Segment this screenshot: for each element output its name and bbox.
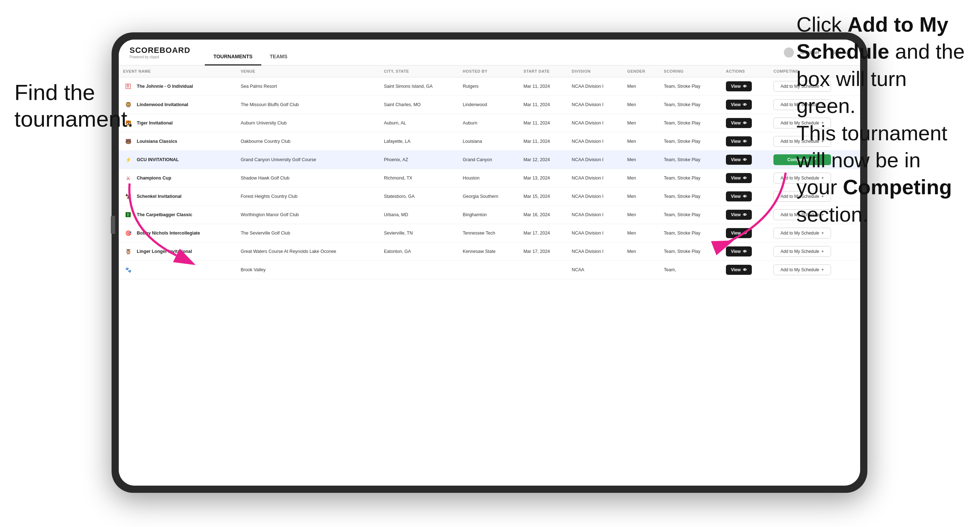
city-state-cell: Richmond, TX bbox=[380, 169, 458, 187]
event-name-cell: 🐻 Louisiana Classics bbox=[119, 132, 237, 151]
venue-cell: Shadow Hawk Golf Club bbox=[237, 169, 380, 187]
event-name-text: Schenkel Invitational bbox=[137, 194, 181, 199]
nav-tabs: TOURNAMENTS TEAMS bbox=[205, 40, 296, 65]
school-logo: 🐾 bbox=[123, 265, 133, 275]
event-name-text: The Carpetbagger Classic bbox=[137, 212, 192, 217]
actions-cell: View 👁 bbox=[722, 132, 769, 151]
view-button[interactable]: View 👁 bbox=[726, 173, 752, 183]
event-name-cell: 🦅 Schenkel Invitational bbox=[119, 187, 237, 206]
scoring-cell: Team, Stroke Play bbox=[660, 114, 722, 132]
division-cell: NCAA Division I bbox=[568, 243, 623, 261]
col-city-state: CITY, STATE bbox=[380, 65, 458, 77]
user-avatar bbox=[784, 48, 794, 57]
eye-icon: 👁 bbox=[743, 157, 747, 162]
start-date-cell: Mar 11, 2024 bbox=[519, 114, 567, 132]
add-to-schedule-button[interactable]: Add to My Schedule + bbox=[773, 228, 831, 238]
tablet-frame: SCOREBOARD Powered by clippd TOURNAMENTS… bbox=[111, 32, 867, 493]
start-date-cell: Mar 11, 2024 bbox=[519, 96, 567, 114]
add-to-schedule-button[interactable]: Add to My Schedule + bbox=[773, 264, 831, 275]
hosted-by-cell: Georgia Southern bbox=[458, 187, 519, 206]
school-logo: 🦉 bbox=[123, 246, 133, 257]
view-button[interactable]: View 👁 bbox=[726, 100, 752, 110]
event-name-cell: 🅱 The Carpetbagger Classic bbox=[119, 206, 237, 224]
hosted-by-cell: Auburn bbox=[458, 114, 519, 132]
division-cell: NCAA Division I bbox=[568, 77, 623, 96]
division-cell: NCAA Division I bbox=[568, 187, 623, 206]
start-date-cell: Mar 16, 2024 bbox=[519, 206, 567, 224]
event-name-cell: ⚡ GCU INVITATIONAL bbox=[119, 151, 237, 169]
view-button[interactable]: View 👁 bbox=[726, 246, 752, 257]
view-button[interactable]: View 👁 bbox=[726, 265, 752, 275]
city-state-cell: Saint Charles, MO bbox=[380, 96, 458, 114]
actions-cell: View 👁 bbox=[722, 169, 769, 187]
gender-cell: Men bbox=[623, 187, 660, 206]
view-button[interactable]: View 👁 bbox=[726, 81, 752, 91]
city-state-cell bbox=[380, 261, 458, 279]
side-tab bbox=[111, 216, 115, 234]
venue-cell: Brook Valley bbox=[237, 261, 380, 279]
competing-cell: Add to My Schedule + bbox=[769, 261, 860, 279]
tab-tournaments[interactable]: TOURNAMENTS bbox=[205, 54, 261, 65]
hosted-by-cell: Louisiana bbox=[458, 132, 519, 151]
tab-teams[interactable]: TEAMS bbox=[261, 54, 296, 65]
table-row: ⚔ Champions Cup Shadow Hawk Golf ClubRic… bbox=[119, 169, 860, 187]
gender-cell: Men bbox=[623, 243, 660, 261]
app-header: SCOREBOARD Powered by clippd TOURNAMENTS… bbox=[119, 40, 860, 65]
view-button[interactable]: View 👁 bbox=[726, 228, 752, 238]
add-to-schedule-button[interactable]: Add to My Schedule + bbox=[773, 246, 831, 257]
view-button[interactable]: View 👁 bbox=[726, 210, 752, 220]
venue-cell: Forest Heights Country Club bbox=[237, 187, 380, 206]
school-logo: ⚔ bbox=[123, 173, 133, 183]
col-gender: GENDER bbox=[623, 65, 660, 77]
view-button[interactable]: View 👁 bbox=[726, 118, 752, 128]
start-date-cell: Mar 11, 2024 bbox=[519, 132, 567, 151]
hosted-by-cell: Rutgers bbox=[458, 77, 519, 96]
event-name-text: Louisiana Classics bbox=[137, 139, 177, 144]
gender-cell bbox=[623, 261, 660, 279]
hosted-by-cell: Houston bbox=[458, 169, 519, 187]
competing-cell: Add to My Schedule + bbox=[769, 243, 860, 261]
venue-cell: Oakbourne Country Club bbox=[237, 132, 380, 151]
col-event-name: EVENT NAME bbox=[119, 65, 237, 77]
app-logo: SCOREBOARD bbox=[130, 46, 190, 55]
add-schedule-label: Add to My Schedule bbox=[781, 230, 819, 236]
venue-cell: Great Waters Course At Reynolds Lake Oco… bbox=[237, 243, 380, 261]
start-date-cell: Mar 12, 2024 bbox=[519, 151, 567, 169]
school-logo: 🦅 bbox=[123, 191, 133, 202]
table-row: 🦉 Linger Longer Invitational Great Water… bbox=[119, 243, 860, 261]
gender-cell: Men bbox=[623, 114, 660, 132]
hosted-by-cell: Grand Canyon bbox=[458, 151, 519, 169]
table-container[interactable]: EVENT NAME VENUE CITY, STATE HOSTED BY S… bbox=[119, 65, 860, 486]
event-name-text: The Johnnie - O Individual bbox=[137, 84, 193, 89]
division-cell: NCAA bbox=[568, 261, 623, 279]
tournaments-table: EVENT NAME VENUE CITY, STATE HOSTED BY S… bbox=[119, 65, 860, 279]
view-button[interactable]: View 👁 bbox=[726, 155, 752, 165]
col-start-date: START DATE bbox=[519, 65, 567, 77]
scoring-cell: Team, Stroke Play bbox=[660, 169, 722, 187]
event-name-text: Champions Cup bbox=[137, 176, 171, 181]
actions-cell: View 👁 bbox=[722, 96, 769, 114]
city-state-cell: Saint Simons Island, GA bbox=[380, 77, 458, 96]
start-date-cell: Mar 17, 2024 bbox=[519, 243, 567, 261]
event-name-text: GCU INVITATIONAL bbox=[137, 157, 179, 162]
city-state-cell: Eatonton, GA bbox=[380, 243, 458, 261]
start-date-cell: Mar 17, 2024 bbox=[519, 224, 567, 243]
venue-cell: The Sevierville Golf Club bbox=[237, 224, 380, 243]
scoring-cell: Team, Stroke Play bbox=[660, 187, 722, 206]
school-logo: 🅱 bbox=[123, 210, 133, 220]
gender-cell: Men bbox=[623, 206, 660, 224]
division-cell: NCAA Division I bbox=[568, 96, 623, 114]
gender-cell: Men bbox=[623, 77, 660, 96]
view-button[interactable]: View 👁 bbox=[726, 137, 752, 146]
division-cell: NCAA Division I bbox=[568, 224, 623, 243]
annotation-left: Find the tournament. bbox=[14, 79, 134, 133]
plus-icon: + bbox=[821, 230, 824, 236]
table-row: ⚡ GCU INVITATIONAL Grand Canyon Universi… bbox=[119, 151, 860, 169]
start-date-cell: Mar 11, 2024 bbox=[519, 77, 567, 96]
city-state-cell: Statesboro, GA bbox=[380, 187, 458, 206]
eye-icon: 👁 bbox=[743, 176, 747, 180]
school-logo: ⚡ bbox=[123, 155, 133, 165]
actions-cell: View 👁 bbox=[722, 187, 769, 206]
view-button[interactable]: View 👁 bbox=[726, 191, 752, 202]
start-date-cell: Mar 15, 2024 bbox=[519, 187, 567, 206]
